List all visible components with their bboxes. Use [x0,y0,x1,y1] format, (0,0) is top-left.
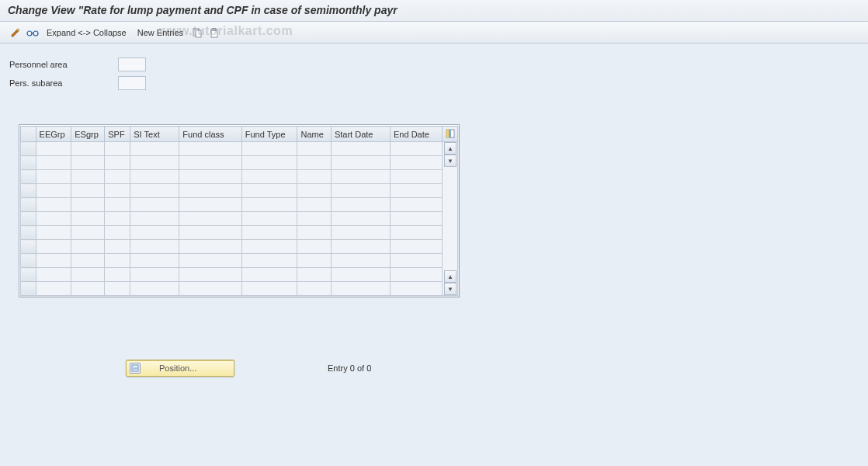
row-selector[interactable] [21,226,36,240]
row-selector[interactable] [21,142,36,156]
cell[interactable] [130,142,179,156]
cell[interactable] [297,226,331,240]
cell[interactable] [391,282,443,296]
cell[interactable] [71,170,105,184]
cell[interactable] [71,198,105,212]
personnel-area-input[interactable] [118,57,146,71]
cell[interactable] [36,268,71,282]
row-selector[interactable] [21,184,36,198]
cell[interactable] [331,226,390,240]
cell[interactable] [105,198,130,212]
row-selector[interactable] [21,212,36,226]
cell[interactable] [179,268,241,282]
cell[interactable] [71,226,105,240]
row-selector[interactable] [21,240,36,254]
cell[interactable] [179,198,241,212]
cell[interactable] [105,226,130,240]
cell[interactable] [130,226,179,240]
table-row[interactable] [21,156,458,170]
cell[interactable] [241,240,297,254]
cell[interactable] [241,212,297,226]
cell[interactable] [130,156,179,170]
cell[interactable] [71,282,105,296]
cell[interactable] [36,198,71,212]
row-selector[interactable] [21,282,36,296]
paste-icon[interactable] [208,26,220,39]
cell[interactable] [105,268,130,282]
cell[interactable] [105,212,130,226]
col-startdate[interactable]: Start Date [331,127,390,142]
cell[interactable] [297,170,331,184]
vertical-scrollbar[interactable]: ▲▼▲▼ [444,142,457,295]
col-fundtype[interactable]: Fund Type [241,127,297,142]
cell[interactable] [130,170,179,184]
cell[interactable] [391,226,443,240]
cell[interactable] [241,254,297,268]
cell[interactable] [105,142,130,156]
cell[interactable] [179,156,241,170]
cell[interactable] [179,240,241,254]
table-row[interactable] [21,184,458,198]
table-corner[interactable] [21,127,36,142]
row-selector[interactable] [21,198,36,212]
col-name[interactable]: Name [297,127,331,142]
cell[interactable] [297,240,331,254]
cell[interactable] [331,268,390,282]
cell[interactable] [179,254,241,268]
cell[interactable] [179,184,241,198]
cell[interactable] [391,198,443,212]
cell[interactable] [241,226,297,240]
cell[interactable] [331,198,390,212]
expand-collapse-button[interactable]: Expand <-> Collapse [43,28,130,37]
scroll-up-button[interactable]: ▲ [444,142,457,155]
scroll-up-bottom-button[interactable]: ▲ [444,270,457,283]
scroll-down-top-button[interactable]: ▼ [444,155,457,167]
cell[interactable] [331,170,390,184]
position-button[interactable]: Position... [126,360,234,377]
cell[interactable] [130,184,179,198]
cell[interactable] [331,184,390,198]
cell[interactable] [297,184,331,198]
cell[interactable] [241,156,297,170]
cell[interactable] [391,142,443,156]
cell[interactable] [297,142,331,156]
table-row[interactable] [21,170,458,184]
cell[interactable] [105,170,130,184]
col-spf[interactable]: SPF [105,127,130,142]
scroll-down-button[interactable]: ▼ [444,283,457,295]
toggle-edit-icon[interactable] [9,26,22,39]
copy-icon[interactable] [191,26,203,39]
cell[interactable] [105,156,130,170]
col-fundclass[interactable]: Fund class [179,127,241,142]
cell[interactable] [71,254,105,268]
cell[interactable] [297,156,331,170]
cell[interactable] [241,184,297,198]
cell[interactable] [179,212,241,226]
cell[interactable] [241,142,297,156]
cell[interactable] [71,212,105,226]
pers-subarea-input[interactable] [118,76,146,90]
table-row[interactable] [21,282,458,296]
cell[interactable] [105,282,130,296]
cell[interactable] [71,184,105,198]
cell[interactable] [331,156,390,170]
cell[interactable] [71,240,105,254]
cell[interactable] [241,198,297,212]
table-row[interactable] [21,198,458,212]
cell[interactable] [391,212,443,226]
cell[interactable] [130,198,179,212]
cell[interactable] [241,268,297,282]
cell[interactable] [105,254,130,268]
cell[interactable] [36,226,71,240]
cell[interactable] [36,142,71,156]
cell[interactable] [297,268,331,282]
cell[interactable] [391,156,443,170]
cell[interactable] [297,212,331,226]
cell[interactable] [331,282,390,296]
cell[interactable] [391,268,443,282]
cell[interactable] [391,170,443,184]
cell[interactable] [130,254,179,268]
cell[interactable] [179,170,241,184]
cell[interactable] [391,184,443,198]
cell[interactable] [71,142,105,156]
